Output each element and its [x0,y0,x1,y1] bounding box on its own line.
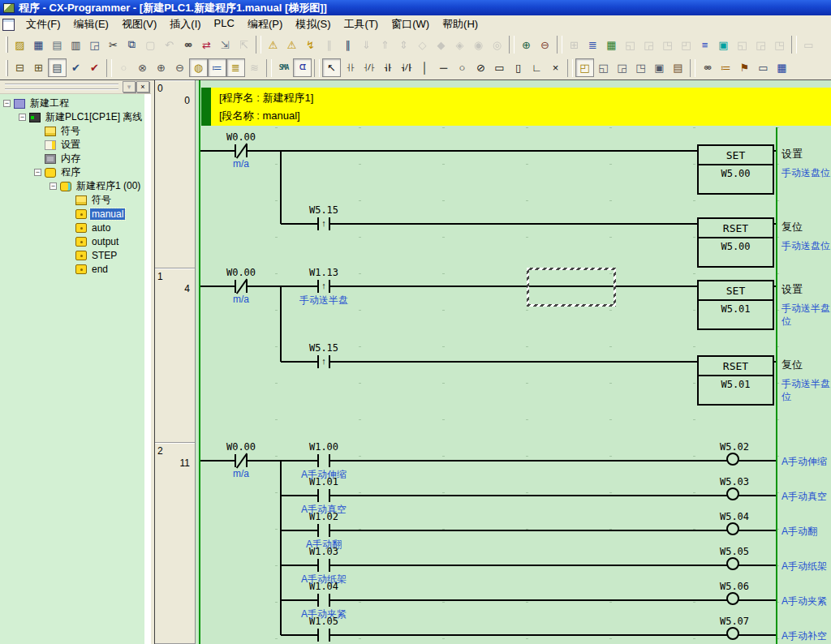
print-preview-icon[interactable]: ◲ [85,36,104,54]
expander-minus-icon[interactable]: − [3,100,11,107]
contact-W5.15[interactable] [317,217,330,230]
expander-minus-icon[interactable]: − [50,182,57,190]
window-b-icon[interactable]: ◲ [639,36,658,54]
open-icon[interactable]: ▨ [11,36,29,54]
tree-item--[interactable]: −程序 [0,165,144,179]
mode-monitor-icon[interactable]: ◈ [450,36,469,54]
zoom-fit-icon[interactable]: ○ [114,58,133,77]
dialog-view-icon[interactable]: ▭ [754,58,773,77]
coil-W5.04[interactable] [726,522,739,535]
tree-item-output[interactable]: output [0,234,144,248]
coil-W5.03[interactable] [726,487,739,500]
undo-icon[interactable]: ↶ [160,36,179,54]
compare-with-plc-icon[interactable]: ⇕ [394,36,413,54]
contact-W1.02[interactable] [317,524,330,537]
window-c-icon[interactable]: ◳ [658,36,677,54]
tree-item-end[interactable]: end [0,262,144,276]
expander-minus-icon[interactable]: − [34,169,41,176]
new-or-contact-icon[interactable]: ┧┠ [378,58,397,77]
online-edit-icon[interactable]: ↯ [301,36,320,54]
new-program-icon[interactable]: ⊟ [11,58,29,77]
find-icon[interactable]: ⊙⊙ [179,36,197,54]
menu-item-1[interactable]: 文件(F) [19,15,67,33]
symbol-list-icon[interactable]: ≔ [717,58,735,77]
data-trace-icon[interactable]: ≣ [583,36,602,54]
cross-reference-window-icon[interactable]: ◳ [631,58,650,77]
coil-W5.05[interactable] [726,557,739,570]
coil-W5.06[interactable] [726,592,739,605]
menu-item-10[interactable]: 帮助(H) [436,15,484,33]
instruction-set-W5.00[interactable]: SETW5.00 [697,144,774,195]
contact-W1.05[interactable] [317,629,330,642]
pause-monitor-icon[interactable]: ∥ [320,36,338,54]
force-on-icon[interactable]: ⊕ [517,36,536,54]
tree-item--[interactable]: 内存 [0,152,144,165]
new-coil-icon[interactable]: ○ [453,58,471,77]
contact-W1.00[interactable] [317,454,330,467]
window-d-icon[interactable]: ◰ [677,36,695,54]
new-closed-contact-icon[interactable]: ┤/├ [360,58,378,77]
save-icon[interactable]: ▦ [29,36,48,54]
tree-item--[interactable]: 符号 [0,124,144,138]
contact-W1.13[interactable] [317,280,330,293]
print-icon[interactable]: ▥ [67,36,85,54]
contact-W1.01[interactable] [317,489,330,502]
mnemonic-view-icon[interactable]: SMA [274,58,293,77]
contact-W0.00[interactable] [235,454,248,467]
toolbar-grip[interactable] [5,84,118,90]
transfer-down-icon[interactable]: ⇲ [216,36,235,54]
new-horizontal-icon[interactable]: ─ [434,58,453,77]
replace-icon[interactable]: ⇄ [197,36,216,54]
mode-debug-icon[interactable]: ◆ [432,36,450,54]
section-colors-icon[interactable]: ≣ [226,58,245,77]
cross-reference-icon[interactable]: ≡ [695,36,714,54]
delete-vertical-icon[interactable]: ∟ [527,58,546,77]
close-icon[interactable]: × [136,81,149,92]
show-comments-icon[interactable]: ◍ [189,58,208,77]
menu-item-8[interactable]: 工具(T) [338,15,385,33]
time-chart-monitor-icon[interactable]: ▦ [602,36,621,54]
program-check-icon[interactable]: ✔ [85,58,104,77]
zoom-cancel-icon[interactable]: ⊗ [133,58,152,77]
tree-item-manual[interactable]: manual [0,207,144,221]
contact-W0.00[interactable] [235,144,248,157]
program-header-banner[interactable]: [程序名 : 新建程序1] [段名称 : manual] [201,88,831,126]
tree-item-step[interactable]: STEP [0,248,144,262]
properties-window-icon[interactable]: ▤ [669,58,687,77]
force-off-icon[interactable]: ⊖ [536,36,554,54]
zoom-in-icon[interactable]: ⊕ [152,58,170,77]
tree-item-auto[interactable]: auto [0,221,144,234]
expander-minus-icon[interactable]: − [19,114,26,121]
keyboard-mapping-icon[interactable]: ▭ [799,36,818,54]
zoom-out-icon[interactable]: ⊖ [170,58,189,77]
rung-annotation-icon[interactable]: ≔ [208,58,226,77]
compile-icon[interactable]: ⚠ [264,36,282,54]
time-chart-icon[interactable]: ⊞ [565,36,583,54]
new-or-closed-contact-icon[interactable]: ┧/┠ [397,58,416,77]
section-list-icon[interactable]: ▤ [48,58,67,77]
new-contact-icon[interactable]: ┤├ [341,58,360,77]
selection-cursor[interactable] [527,268,616,307]
menu-item-4[interactable]: 插入(I) [163,15,207,33]
menu-item-3[interactable]: 视图(V) [115,15,163,33]
address-reference-window-icon[interactable]: ▣ [650,58,669,77]
paste-icon[interactable]: ▢ [141,36,160,54]
instruction-rset-W5.00[interactable]: RSETW5.00 [697,217,774,268]
workspace-window-icon[interactable]: ◰ [575,58,594,77]
io-grid-icon[interactable]: ▦ [773,58,791,77]
mode-run-icon[interactable]: ◉ [469,36,488,54]
pause-icon[interactable]: ∥ [338,36,357,54]
tree-item--[interactable]: 设置 [0,138,144,152]
contact-W5.15[interactable] [317,355,330,368]
ci-view-icon[interactable]: CI [293,58,312,77]
window-a-icon[interactable]: ◱ [621,36,639,54]
new-instruction-icon[interactable]: ▭ [490,58,509,77]
mode-program-icon[interactable]: ◇ [413,36,432,54]
rung-margin-block[interactable]: 00 [155,80,195,268]
toolbar-grip[interactable] [6,36,8,53]
dropdown-icon[interactable]: ▾ [123,81,136,92]
symbols-check-icon[interactable]: ✔ [67,58,85,77]
instruction-set-W5.01[interactable]: SETW5.01 [697,280,774,330]
transfer-to-plc-icon[interactable]: ⇓ [357,36,376,54]
instruction-rset-W5.01[interactable]: RSETW5.01 [697,355,774,406]
